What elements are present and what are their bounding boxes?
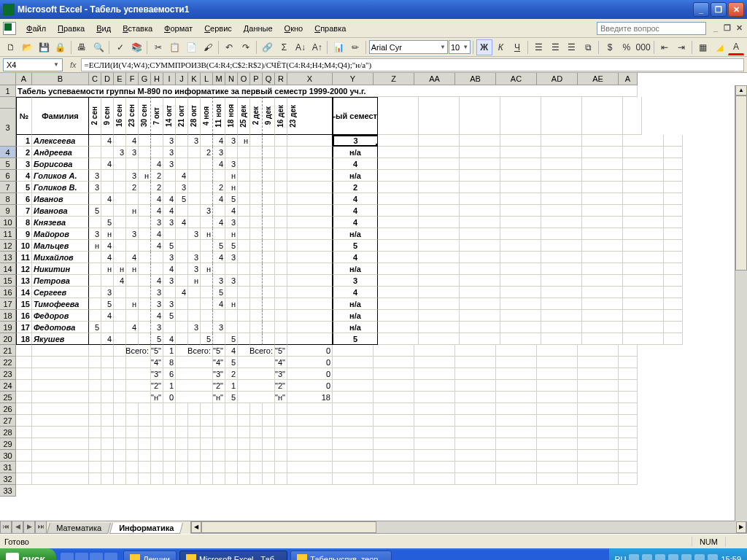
cell[interactable]: [163, 287, 176, 298]
cell[interactable]: 4: [101, 310, 114, 322]
cell[interactable]: [541, 228, 582, 240]
cell[interactable]: 3: [163, 275, 176, 287]
row-header-12[interactable]: 12: [0, 240, 16, 252]
cell[interactable]: [32, 380, 89, 392]
cell[interactable]: [664, 240, 683, 252]
cell[interactable]: [378, 228, 419, 240]
cell[interactable]: [419, 333, 460, 345]
cell[interactable]: [163, 415, 176, 427]
cell[interactable]: [176, 147, 188, 158]
cell[interactable]: [201, 322, 213, 333]
cell[interactable]: "4": [151, 357, 163, 368]
increase-indent-button[interactable]: ⇥: [673, 39, 689, 55]
cell[interactable]: [287, 438, 333, 450]
cell[interactable]: [541, 182, 582, 193]
cell[interactable]: Мальцев: [32, 240, 89, 252]
cell[interactable]: [114, 158, 126, 170]
row-header-4[interactable]: 4: [0, 147, 16, 158]
cell[interactable]: [419, 97, 460, 135]
cell[interactable]: [89, 275, 101, 287]
cell[interactable]: 4: [151, 275, 163, 287]
col-header-I[interactable]: I: [163, 73, 176, 85]
cell[interactable]: 3: [188, 252, 201, 263]
cell[interactable]: [250, 415, 263, 427]
cell[interactable]: 3: [225, 252, 238, 263]
cell[interactable]: [287, 333, 333, 345]
cell[interactable]: [414, 427, 455, 438]
cell[interactable]: [101, 438, 114, 450]
cell[interactable]: [275, 427, 287, 438]
row-header-16[interactable]: 16: [0, 287, 16, 298]
cell[interactable]: [500, 240, 541, 252]
cell[interactable]: [333, 368, 374, 380]
cell[interactable]: [238, 287, 250, 298]
cell[interactable]: [455, 473, 496, 485]
cell[interactable]: [263, 473, 275, 485]
col-header-AC[interactable]: AC: [496, 73, 537, 85]
menu-вставка[interactable]: Вставка: [117, 22, 158, 35]
cell[interactable]: [419, 158, 460, 170]
cell[interactable]: [114, 462, 126, 473]
cell[interactable]: [500, 205, 541, 217]
cell[interactable]: [263, 298, 275, 310]
cell[interactable]: [176, 263, 188, 275]
cell[interactable]: [275, 217, 287, 228]
taskbar-button[interactable]: Лекции: [123, 551, 177, 560]
cell[interactable]: 14 окт: [163, 97, 176, 135]
cell[interactable]: [263, 310, 275, 322]
cell[interactable]: [225, 322, 238, 333]
cell[interactable]: [419, 205, 460, 217]
cell[interactable]: [500, 263, 541, 275]
cell[interactable]: [163, 228, 176, 240]
cell[interactable]: [114, 298, 126, 310]
doc-restore-button[interactable]: ❐: [722, 23, 732, 34]
cell[interactable]: [374, 462, 414, 473]
menu-справка[interactable]: Справка: [309, 22, 352, 35]
cell[interactable]: [188, 415, 201, 427]
cell[interactable]: [537, 438, 578, 450]
print-button[interactable]: 🖶: [74, 39, 90, 55]
cell[interactable]: 9: [16, 228, 32, 240]
cell[interactable]: [151, 415, 163, 427]
cell[interactable]: 4: [333, 217, 378, 228]
cell[interactable]: 9 дек: [263, 97, 275, 135]
cell[interactable]: [275, 450, 287, 462]
cell[interactable]: [176, 322, 188, 333]
cell[interactable]: [89, 403, 101, 415]
tray-icon[interactable]: [681, 554, 692, 560]
cell[interactable]: [238, 427, 250, 438]
col-header-AE[interactable]: AE: [578, 73, 619, 85]
drawing-button[interactable]: ✏: [347, 39, 363, 55]
cell[interactable]: [139, 205, 151, 217]
cell[interactable]: [32, 473, 89, 485]
maximize-button[interactable]: ❐: [711, 2, 727, 17]
cell[interactable]: [374, 368, 414, 380]
cell[interactable]: [619, 473, 638, 485]
cell[interactable]: [541, 322, 582, 333]
cell[interactable]: [238, 182, 250, 193]
cell[interactable]: [582, 158, 623, 170]
row-header-14[interactable]: 14: [0, 263, 16, 275]
cell[interactable]: [537, 450, 578, 462]
cell[interactable]: 4: [213, 193, 225, 205]
cell[interactable]: [114, 368, 126, 380]
cell[interactable]: [114, 438, 126, 450]
cell[interactable]: [419, 228, 460, 240]
cell[interactable]: Майоров: [32, 228, 89, 240]
cell[interactable]: [455, 392, 496, 403]
cell[interactable]: [89, 193, 101, 205]
cell[interactable]: [378, 205, 419, 217]
cell[interactable]: [114, 228, 126, 240]
cell[interactable]: [455, 438, 496, 450]
cell[interactable]: [582, 298, 623, 310]
cell[interactable]: н/а: [333, 310, 378, 322]
copy-button[interactable]: 📋: [167, 39, 183, 55]
cell[interactable]: [250, 240, 263, 252]
cell[interactable]: [263, 415, 275, 427]
row-header-8[interactable]: 8: [0, 193, 16, 205]
cell[interactable]: [201, 217, 213, 228]
doc-close-button[interactable]: ✕: [734, 23, 744, 34]
col-header-F[interactable]: F: [126, 73, 139, 85]
cell[interactable]: [414, 438, 455, 450]
cell[interactable]: [139, 462, 151, 473]
